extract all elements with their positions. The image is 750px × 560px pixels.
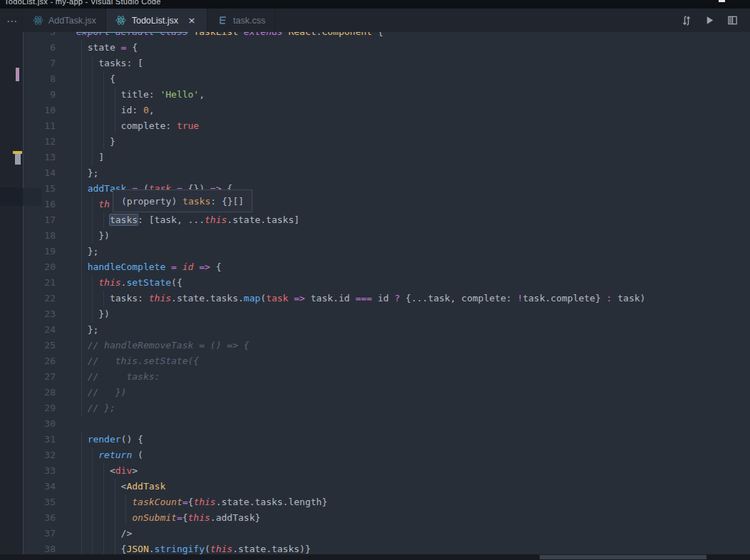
line-number[interactable]: 33 [23,463,56,479]
line-number[interactable]: 10 [23,103,56,118]
line-number[interactable]: 8 [23,71,56,87]
code-line[interactable]: 35taskCount={this.state.tasks.length} [23,494,750,510]
tab-addtask-jsx[interactable]: AddTask.jsx [23,9,106,32]
line-number[interactable]: 35 [23,494,56,510]
line-number[interactable]: 28 [23,385,56,400]
indent-guide [76,353,88,369]
code-line[interactable]: 36onSubmit={this.addTask} [23,510,750,526]
line-number[interactable]: 32 [23,447,56,463]
code-token: // tasks: [88,371,160,382]
split-editor-icon[interactable] [724,13,740,28]
line-number[interactable]: 29 [23,400,56,416]
code-line[interactable]: 32return ( [23,447,750,463]
line-number[interactable]: 19 [23,244,56,259]
code-line[interactable]: 9title: 'Hello', [23,87,750,103]
code-line[interactable]: 17tasks: [task, ...this.state.tasks] [23,212,750,228]
code-token: 0 [143,105,149,115]
line-number[interactable]: 14 [23,165,56,181]
code-line[interactable]: 21this.setState({ [23,275,750,291]
line-number[interactable]: 25 [23,338,56,353]
code-line[interactable]: 5export default class TaskList extends R… [23,32,750,40]
horizontal-scrollbar-track[interactable] [0,554,750,560]
line-number[interactable]: 37 [23,526,56,541]
line-number[interactable]: 13 [23,150,56,165]
code-token: ( [205,544,210,554]
line-number[interactable]: 34 [23,479,56,494]
code-line[interactable]: 24}; [23,322,750,338]
tab-task-css[interactable]: task.css [207,9,275,32]
line-number[interactable]: 12 [23,134,56,150]
line-number[interactable]: 21 [23,275,56,291]
code-line[interactable]: 25// handleRemoveTask = () => { [23,338,750,353]
code-line[interactable]: 12} [23,134,750,150]
code-line[interactable]: 27// tasks: [23,369,750,385]
line-number[interactable]: 30 [23,416,56,432]
code-token: => [294,293,305,304]
tab-todolist-jsx[interactable]: TodoList.jsx × [106,9,207,32]
code-token: => [199,261,210,272]
code-line[interactable]: 38{JSON.stringify(this.state.tasks)} [23,541,750,554]
code-line[interactable]: 6state = { [23,40,750,56]
code-line[interactable]: 29// }; [23,400,750,416]
more-actions-icon[interactable]: ⋯ [4,13,21,30]
line-number[interactable]: 31 [23,432,56,447]
code-line[interactable]: 37/> [23,526,750,541]
code-token: stringify [155,544,205,554]
code-line[interactable]: 7tasks: [ [23,56,750,71]
code-line[interactable]: 10id: 0, [23,103,750,118]
code-line[interactable]: 14}; [23,165,750,181]
code-line-text: }) [76,228,110,244]
code-line[interactable]: 13] [23,150,750,165]
line-number[interactable]: 20 [23,259,56,275]
close-icon[interactable]: × [186,15,197,26]
code-line[interactable]: 28// }) [23,385,750,400]
code-line[interactable]: 20handleComplete = id => { [23,259,750,275]
code-token: ( [132,450,143,460]
line-number[interactable]: 38 [23,541,56,554]
code-token: ? [394,293,400,304]
code-token: // this.setState({ [88,356,200,366]
indent-guide [76,275,98,291]
code-line[interactable]: 26// this.setState({ [23,353,750,369]
code-token: return [98,450,132,460]
code-line-text: // }; [76,400,115,416]
window-control-fragment[interactable] [719,0,725,2]
indent-guide [76,510,132,526]
code-line[interactable]: 34<AddTask [23,479,750,494]
open-changes-icon[interactable] [679,13,694,28]
line-number[interactable]: 22 [23,291,56,306]
code-line[interactable]: 23}) [23,306,750,322]
hover-tooltip: (property) tasks: {}[] [113,190,252,212]
line-number[interactable]: 17 [23,212,56,228]
line-number[interactable]: 7 [23,56,56,71]
line-number[interactable]: 26 [23,353,56,369]
indent-guide [76,212,110,228]
horizontal-scrollbar-thumb[interactable] [540,555,707,559]
line-number[interactable]: 5 [23,32,56,40]
run-icon[interactable] [702,13,717,28]
line-number[interactable]: 27 [23,369,56,385]
code-token [165,261,171,272]
code-line[interactable]: 18}) [23,228,750,244]
code-line[interactable]: 31render() { [23,432,750,447]
code-line[interactable]: 19}; [23,244,750,259]
line-number[interactable]: 24 [23,322,56,338]
code-line-text: { [76,71,115,87]
line-number[interactable]: 36 [23,510,56,526]
tooltip-property-name: tasks [183,196,210,207]
line-number[interactable]: 11 [23,118,56,134]
code-token: div [115,465,132,476]
code-token: { [372,32,384,37]
code-line[interactable]: 33<div> [23,463,750,479]
code-line[interactable]: 30 [23,416,750,432]
code-editor[interactable]: 5export default class TaskList extends R… [23,32,750,554]
line-number[interactable]: 18 [23,228,56,244]
code-line[interactable]: 22tasks: this.state.tasks.map(task => ta… [23,291,750,306]
indent-guide [76,197,98,212]
line-number[interactable]: 9 [23,87,56,103]
code-line-text: <div> [76,463,138,479]
line-number[interactable]: 6 [23,40,56,56]
line-number[interactable]: 23 [23,306,56,322]
code-line[interactable]: 8{ [23,71,750,87]
code-line[interactable]: 11complete: true [23,118,750,134]
